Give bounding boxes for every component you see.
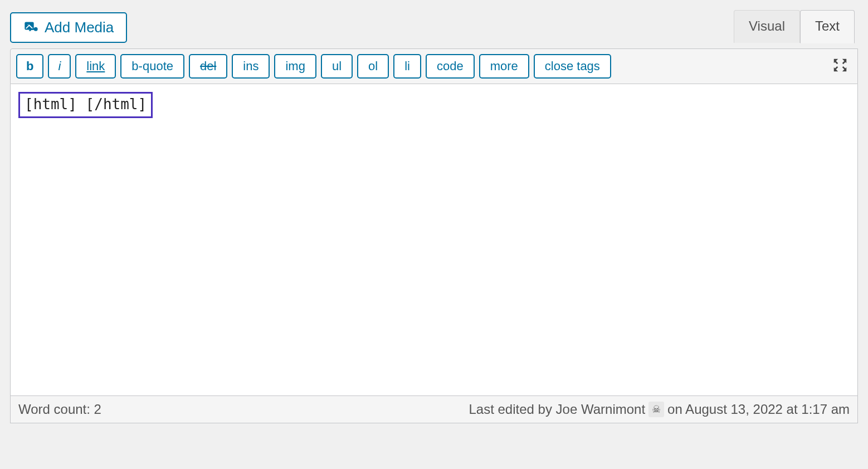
media-icon <box>23 20 39 36</box>
last-edited: Last edited by Joe Warnimont ☠ on August… <box>469 402 850 417</box>
last-edited-suffix: on August 13, 2022 at 1:17 am <box>667 402 850 417</box>
fullscreen-icon <box>832 57 849 76</box>
add-media-button[interactable]: Add Media <box>10 12 127 43</box>
content-textarea[interactable]: [html] [/html] <box>10 84 858 396</box>
qt-ins-button[interactable]: ins <box>232 54 270 79</box>
add-media-label: Add Media <box>45 19 114 36</box>
last-edited-prefix: Last edited by Joe Warnimont <box>469 402 645 417</box>
tab-text[interactable]: Text <box>800 10 855 43</box>
qt-bold-button[interactable]: b <box>16 54 43 79</box>
content-text-highlight: [html] [/html] <box>18 92 153 118</box>
word-count: Word count: 2 <box>18 402 101 417</box>
qt-ul-button[interactable]: ul <box>321 54 353 79</box>
qt-link-button[interactable]: link <box>75 54 116 79</box>
qt-blockquote-button[interactable]: b-quote <box>120 54 184 79</box>
svg-point-2 <box>35 28 37 31</box>
editor-tabs: Visual Text <box>734 10 855 43</box>
fullscreen-button[interactable] <box>828 53 852 79</box>
qt-ol-button[interactable]: ol <box>357 54 389 79</box>
qt-close-tags-button[interactable]: close tags <box>534 54 611 79</box>
editor-top-row: Add Media Visual Text <box>10 10 858 43</box>
qt-li-button[interactable]: li <box>393 54 421 79</box>
qt-del-button[interactable]: del <box>189 54 227 79</box>
editor-status-bar: Word count: 2 Last edited by Joe Warnimo… <box>10 396 858 423</box>
qt-italic-button[interactable]: i <box>48 54 71 79</box>
classic-editor: Add Media Visual Text b i link b-quote d… <box>10 10 858 423</box>
qt-code-button[interactable]: code <box>426 54 475 79</box>
qt-more-button[interactable]: more <box>479 54 529 79</box>
qt-img-button[interactable]: img <box>274 54 316 79</box>
avatar: ☠ <box>648 402 664 417</box>
tab-visual[interactable]: Visual <box>734 10 800 43</box>
avatar-glyph: ☠ <box>652 403 661 416</box>
quicktags-toolbar: b i link b-quote del ins img ul ol li co… <box>10 48 858 84</box>
